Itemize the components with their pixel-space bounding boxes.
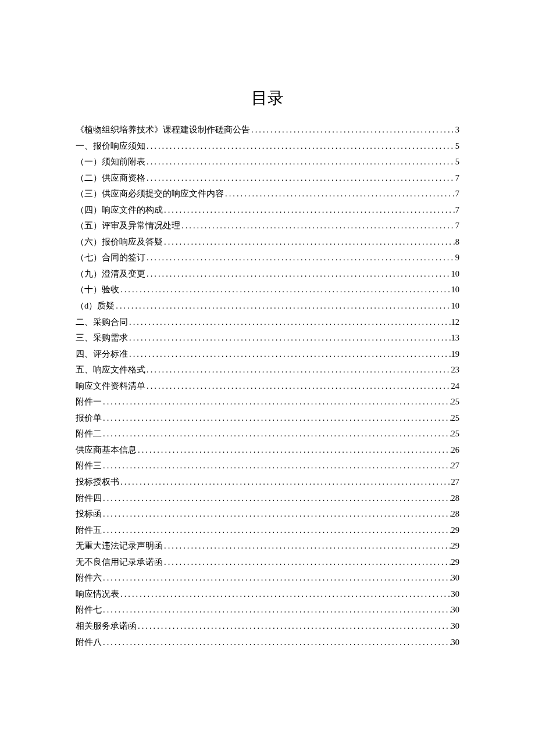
- toc-entry-label: （五）评审及异常情况处理: [76, 218, 180, 234]
- toc-entry: 四、评分标准19: [76, 346, 459, 363]
- toc-entry-page: 3: [455, 122, 459, 138]
- toc-leader-dots: [102, 426, 451, 442]
- toc-entry-label: （六）报价响应及答疑: [76, 234, 163, 250]
- toc-leader-dots: [102, 635, 451, 651]
- toc-entry-label: 响应文件资料清单: [76, 378, 145, 395]
- toc-entry-page: 23: [451, 362, 460, 378]
- toc-leader-dots: [102, 570, 451, 586]
- toc-entry-page: 30: [451, 635, 460, 651]
- toc-list: 《植物组织培养技术》课程建设制作磋商公告3一、报价响应须知5（一）须知前附表5（…: [76, 122, 459, 650]
- toc-entry-label: 附件六: [76, 570, 102, 586]
- toc-entry-label: 投标函: [76, 506, 102, 522]
- toc-entry-page: 9: [455, 250, 459, 266]
- toc-leader-dots: [145, 250, 455, 266]
- toc-entry-label: 附件一: [76, 394, 102, 410]
- toc-entry-label: 四、评分标准: [76, 346, 128, 363]
- toc-entry: 附件二25: [76, 426, 459, 442]
- toc-entry-page: 24: [451, 378, 460, 395]
- toc-entry-label: （四）响应文件的构成: [76, 202, 163, 218]
- toc-entry: 五、响应文件格式23: [76, 362, 459, 378]
- toc-entry-label: （九）澄清及变更: [76, 266, 145, 282]
- toc-entry-label: 无重大违法记录声明函: [76, 538, 163, 554]
- toc-entry-label: 附件八: [76, 635, 102, 651]
- toc-entry-label: 附件五: [76, 522, 102, 539]
- toc-entry-label: 附件三: [76, 458, 102, 474]
- toc-entry-label: 《植物组织培养技术》课程建设制作磋商公告: [76, 122, 250, 138]
- toc-entry: 响应文件资料清单24: [76, 378, 459, 395]
- toc-entry-page: 25: [451, 394, 460, 410]
- toc-leader-dots: [180, 218, 455, 234]
- toc-entry: （二）供应商资格7: [76, 170, 459, 187]
- toc-leader-dots: [163, 554, 451, 571]
- toc-entry: 附件五29: [76, 522, 459, 539]
- toc-entry-page: 10: [451, 266, 460, 282]
- toc-entry-label: （十）验收: [76, 282, 119, 298]
- toc-leader-dots: [163, 234, 455, 250]
- toc-entry: 附件六30: [76, 570, 459, 586]
- toc-entry: （九）澄清及变更10: [76, 266, 459, 282]
- toc-entry-page: 7: [455, 218, 459, 234]
- toc-entry-label: （一）须知前附表: [76, 154, 145, 170]
- toc-entry-page: 29: [451, 538, 460, 554]
- toc-entry: （一）须知前附表5: [76, 154, 459, 170]
- toc-title: 目录: [76, 87, 459, 109]
- toc-leader-dots: [128, 314, 451, 331]
- toc-entry-label: 附件二: [76, 426, 102, 442]
- toc-entry-label: 附件七: [76, 602, 102, 618]
- toc-entry-page: 29: [451, 522, 460, 539]
- toc-leader-dots: [102, 522, 451, 539]
- toc-leader-dots: [119, 474, 451, 490]
- toc-entry-label: 附件四: [76, 490, 102, 507]
- toc-entry-page: 29: [451, 554, 460, 571]
- toc-entry-page: 26: [451, 442, 460, 458]
- toc-entry-page: 27: [451, 474, 460, 490]
- toc-entry-page: 25: [451, 426, 460, 442]
- toc-entry-page: 30: [451, 570, 460, 586]
- toc-leader-dots: [102, 410, 451, 427]
- toc-leader-dots: [145, 266, 451, 282]
- toc-entry: 附件三27: [76, 458, 459, 474]
- toc-entry: 附件八30: [76, 635, 459, 651]
- toc-entry: （四）响应文件的构成7: [76, 202, 459, 218]
- toc-leader-dots: [102, 394, 451, 410]
- toc-entry: 相关服务承诺函30: [76, 618, 459, 635]
- toc-entry: 三、采购需求13: [76, 330, 459, 346]
- toc-leader-dots: [145, 138, 455, 155]
- toc-leader-dots: [224, 186, 455, 202]
- toc-entry-page: 12: [451, 314, 460, 331]
- toc-entry: 《植物组织培养技术》课程建设制作磋商公告3: [76, 122, 459, 138]
- toc-leader-dots: [115, 298, 451, 314]
- toc-entry-label: （二）供应商资格: [76, 170, 145, 187]
- toc-entry-label: 投标授权书: [76, 474, 119, 490]
- toc-entry-page: 19: [451, 346, 460, 363]
- toc-entry: （d）质疑10: [76, 298, 459, 314]
- toc-entry-label: 五、响应文件格式: [76, 362, 145, 378]
- toc-entry-label: （三）供应商必须提交的响应文件内容: [76, 186, 224, 202]
- toc-entry: （十）验收10: [76, 282, 459, 298]
- toc-leader-dots: [119, 586, 451, 603]
- toc-entry-label: 供应商基本信息: [76, 442, 137, 458]
- toc-entry-label: （七）合同的签订: [76, 250, 145, 266]
- toc-entry-page: 30: [451, 602, 460, 618]
- toc-leader-dots: [102, 458, 451, 474]
- toc-entry-page: 28: [451, 506, 460, 522]
- toc-entry-page: 8: [455, 234, 459, 250]
- toc-entry-label: 一、报价响应须知: [76, 138, 145, 155]
- toc-leader-dots: [102, 602, 451, 618]
- toc-leader-dots: [145, 170, 455, 187]
- toc-entry-page: 10: [451, 282, 460, 298]
- toc-leader-dots: [145, 362, 451, 378]
- toc-entry: 供应商基本信息26: [76, 442, 459, 458]
- toc-leader-dots: [163, 538, 451, 554]
- toc-entry-label: 报价单: [76, 410, 102, 427]
- toc-entry-page: 10: [451, 298, 460, 314]
- toc-entry: （三）供应商必须提交的响应文件内容7: [76, 186, 459, 202]
- toc-entry: 报价单25: [76, 410, 459, 427]
- toc-leader-dots: [145, 378, 451, 395]
- toc-entry-page: 28: [451, 490, 460, 507]
- toc-entry: 附件一25: [76, 394, 459, 410]
- toc-entry-page: 25: [451, 410, 460, 427]
- toc-entry: 投标函28: [76, 506, 459, 522]
- toc-entry: 附件四28: [76, 490, 459, 507]
- toc-entry-label: （d）质疑: [76, 298, 115, 314]
